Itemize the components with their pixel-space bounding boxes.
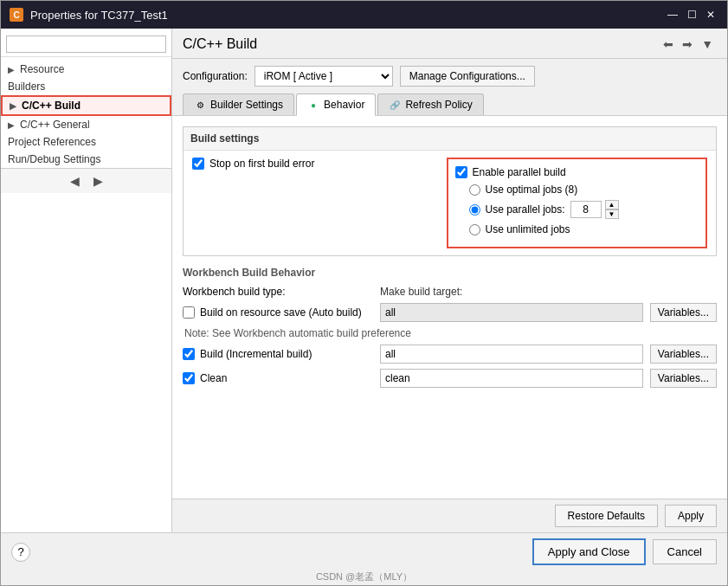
workbench-note: Note: See Workbench automatic build pref… [184,327,717,339]
scroll-left-icon[interactable]: ◀ [63,172,87,190]
incremental-input[interactable]: all [380,345,643,364]
incremental-check-row: Build (Incremental build) [183,348,373,360]
clean-input[interactable]: clean [380,369,643,388]
back-button[interactable]: ⬅ [660,35,677,53]
use-parallel-label: Use parallel jobs: [486,203,565,216]
config-bar: Configuration: iROM [ Active ] Manage Co… [172,59,727,93]
wb-incremental-row: Build (Incremental build) all Variables.… [183,345,717,364]
apply-and-close-button[interactable]: Apply and Close [532,538,646,565]
title-bar: C Properties for TC377_Test1 — ☐ ✕ [1,1,727,29]
clean-label: Clean [200,372,227,384]
clean-variables-button[interactable]: Variables... [650,369,717,388]
tab-label: Builder Settings [210,99,283,111]
enable-parallel-checkbox[interactable] [455,166,467,178]
config-select[interactable]: iROM [ Active ] [254,66,393,87]
main-content: ▶ Resource Builders ▶ C/C++ Build ▶ C/C+… [1,29,727,532]
wb-clean-row: Clean clean Variables... [183,369,717,388]
auto-build-check-row: Build on resource save (Auto build) [183,306,373,319]
use-parallel-row: Use parallel jobs: 8 ▲ ▼ [455,200,699,219]
use-unlimited-label: Use unlimited jobs [486,223,570,235]
parallel-jobs-input[interactable]: 8 [570,201,602,218]
sidebar-item-label: Builders [8,80,45,93]
stop-on-first-checkbox[interactable] [192,158,204,170]
stop-on-first-row: Stop on first build error [192,158,436,170]
bottom-bar: Restore Defaults Apply [172,499,727,532]
tab-builder-settings[interactable]: ⚙ Builder Settings [183,93,294,115]
watermark: CSDN @老孟（MLY） [1,570,727,585]
dropdown-button[interactable]: ▼ [698,35,717,53]
close-button[interactable]: ✕ [703,7,718,23]
wb-make-target-label: Make build target: [380,286,462,298]
clean-check-row: Clean [183,372,373,384]
auto-build-input[interactable]: all [380,303,643,322]
sidebar-item-label: Run/Debug Settings [8,153,100,165]
clean-checkbox[interactable] [183,372,195,384]
parallel-build-section: Enable parallel build Use optimal jobs (… [447,158,708,248]
build-settings-section: Build settings Stop on first build error [183,126,717,256]
manage-configurations-button[interactable]: Manage Configurations... [400,66,535,87]
search-box [1,32,171,57]
incremental-label: Build (Incremental build) [200,348,312,360]
arrow-icon: ▶ [8,65,15,74]
workbench-title: Workbench Build Behavior [183,267,717,279]
use-optimal-row: Use optimal jobs (8) [455,184,699,196]
tab-behavior[interactable]: ● Behavior [296,93,376,116]
sidebar-item-resource[interactable]: ▶ Resource [1,61,171,78]
panel-title: C/C++ Build [183,36,257,52]
use-unlimited-row: Use unlimited jobs [455,223,699,235]
build-settings-left: Stop on first build error [192,158,436,248]
config-label: Configuration: [183,70,248,82]
restore-defaults-button[interactable]: Restore Defaults [555,505,658,527]
sidebar-scroll: ◀ ▶ [1,168,171,193]
sidebar-item-label: Project References [8,136,96,148]
sidebar-item-label: C/C++ Build [22,100,81,112]
title-bar-left: C Properties for TC377_Test1 [10,8,168,22]
tab-label: Behavior [324,99,364,111]
footer-right: Apply and Close Cancel [532,538,717,565]
forward-button[interactable]: ➡ [679,35,696,53]
sidebar-item-project-references[interactable]: Project References [1,133,171,151]
sidebar-item-cpp-general[interactable]: ▶ C/C++ General [1,116,171,133]
build-settings-title: Build settings [184,127,716,151]
auto-build-checkbox[interactable] [183,306,195,319]
panel-header: C/C++ Build ⬅ ➡ ▼ [172,29,727,59]
use-parallel-radio[interactable] [469,204,480,216]
jobs-spinner: 8 ▲ ▼ [570,200,619,219]
spinner-up-button[interactable]: ▲ [605,200,619,209]
title-buttons: — ☐ ✕ [665,7,718,23]
sidebar-item-label: C/C++ General [20,119,90,131]
builder-settings-icon: ⚙ [194,99,206,111]
incremental-variables-button[interactable]: Variables... [650,345,717,364]
minimize-button[interactable]: — [665,7,680,23]
auto-build-variables-button[interactable]: Variables... [650,303,717,322]
incremental-checkbox[interactable] [183,348,195,360]
sidebar-item-builders[interactable]: Builders [1,78,171,95]
panel-body: Build settings Stop on first build error [172,116,727,499]
tabs: ⚙ Builder Settings ● Behavior 🔗 Refresh … [172,93,727,116]
maximize-button[interactable]: ☐ [684,7,699,23]
use-optimal-radio[interactable] [469,184,480,196]
nav-arrows: ⬅ ➡ ▼ [660,35,717,53]
sidebar-item-label: Resource [20,63,64,75]
workbench-section: Workbench Build Behavior Workbench build… [183,267,717,388]
scroll-right-icon[interactable]: ▶ [87,172,110,190]
footer: ? Apply and Close Cancel [1,532,727,570]
help-button[interactable]: ? [11,543,30,562]
apply-button[interactable]: Apply [665,505,717,527]
window-title: Properties for TC377_Test1 [30,9,168,22]
sidebar-item-run-debug[interactable]: Run/Debug Settings [1,151,171,168]
behavior-icon: ● [307,99,319,111]
use-optimal-label: Use optimal jobs (8) [486,184,578,196]
use-unlimited-radio[interactable] [469,224,480,235]
footer-left: ? [11,543,30,562]
window-icon: C [10,8,23,22]
sidebar-item-cpp-build[interactable]: ▶ C/C++ Build [1,95,171,116]
refresh-policy-icon: 🔗 [389,99,401,111]
right-panel: C/C++ Build ⬅ ➡ ▼ Configuration: iROM [ … [172,29,727,532]
tab-refresh-policy[interactable]: 🔗 Refresh Policy [377,93,483,115]
main-window: C Properties for TC377_Test1 — ☐ ✕ ▶ Res… [0,0,728,586]
spinner-down-button[interactable]: ▼ [605,209,619,219]
search-input[interactable] [6,35,166,53]
cancel-button[interactable]: Cancel [653,539,717,564]
wb-auto-build-row: Build on resource save (Auto build) all … [183,303,717,322]
